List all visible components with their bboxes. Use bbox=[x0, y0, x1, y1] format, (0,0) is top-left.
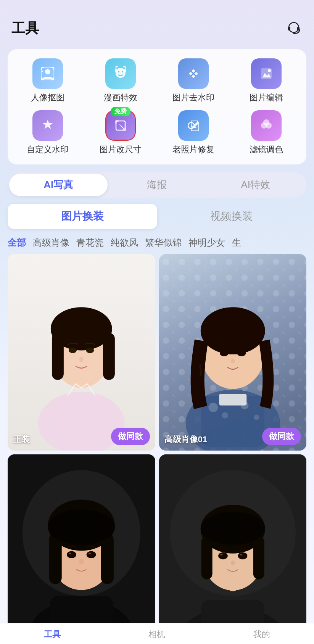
svg-rect-62 bbox=[219, 394, 246, 406]
photo-card-2[interactable]: 高级肖像01 做同款 bbox=[159, 254, 307, 451]
tool-portrait-icon bbox=[32, 58, 63, 89]
tool-resize-label: 图片改尺寸 bbox=[100, 144, 142, 155]
tool-manga[interactable]: 漫画特效 bbox=[84, 58, 157, 103]
photo-1-action[interactable]: 做同款 bbox=[111, 428, 150, 445]
tool-filter-icon bbox=[251, 110, 282, 141]
tool-filter[interactable]: 滤镜调色 bbox=[230, 110, 303, 155]
tool-photo-restore-label: 老照片修复 bbox=[172, 144, 214, 155]
svg-rect-70 bbox=[49, 533, 62, 584]
tool-image-edit-label: 图片编辑 bbox=[250, 92, 283, 103]
support-icon[interactable] bbox=[285, 20, 303, 37]
svg-point-75 bbox=[69, 553, 71, 554]
tool-image-edit[interactable]: 图片编辑 bbox=[230, 58, 303, 103]
svg-rect-85 bbox=[201, 536, 212, 580]
tool-photo-restore-icon bbox=[178, 110, 209, 141]
svg-point-87 bbox=[200, 512, 265, 545]
photo-grid: 正装 做同款 bbox=[0, 254, 314, 644]
tool-resize[interactable]: 免费 图片改尺寸 bbox=[84, 110, 157, 155]
svg-point-52 bbox=[208, 403, 218, 412]
svg-point-61 bbox=[231, 359, 235, 363]
svg-point-44 bbox=[79, 357, 83, 362]
category-blue-white[interactable]: 青花瓷 bbox=[76, 237, 104, 249]
tool-custom-watermark[interactable]: 自定义水印 bbox=[11, 110, 84, 155]
category-portrait-adv[interactable]: 高级肖像 bbox=[33, 237, 69, 249]
tool-custom-watermark-label: 自定义水印 bbox=[27, 144, 69, 155]
svg-point-89 bbox=[238, 552, 247, 560]
svg-rect-86 bbox=[253, 536, 264, 580]
sub-tab-bar: 图片换装 视频换装 bbox=[8, 204, 306, 229]
svg-point-55 bbox=[253, 415, 259, 420]
header: 工具 bbox=[0, 0, 314, 45]
svg-point-42 bbox=[69, 348, 77, 353]
svg-point-77 bbox=[79, 559, 84, 564]
svg-point-43 bbox=[86, 348, 94, 353]
svg-point-32 bbox=[263, 119, 269, 126]
svg-point-22 bbox=[268, 69, 271, 72]
tool-image-edit-icon bbox=[251, 58, 282, 89]
svg-point-15 bbox=[118, 71, 119, 72]
category-pure[interactable]: 纯欲风 bbox=[111, 237, 138, 249]
category-more[interactable]: 生 bbox=[232, 237, 241, 249]
svg-point-17 bbox=[115, 69, 117, 72]
svg-rect-71 bbox=[101, 533, 114, 584]
nav-mine[interactable]: 我的 bbox=[209, 629, 314, 640]
svg-point-14 bbox=[116, 68, 126, 78]
category-tags: 全部 高级肖像 青花瓷 纯欲风 繁华似锦 神明少女 生 bbox=[0, 233, 314, 254]
sub-tab-video-outfit[interactable]: 视频换装 bbox=[157, 204, 307, 229]
svg-point-74 bbox=[87, 551, 96, 559]
main-tab-bar: AI写真 海报 AI特效 bbox=[8, 172, 306, 198]
svg-point-76 bbox=[89, 553, 91, 554]
svg-point-91 bbox=[240, 554, 242, 555]
tool-manga-label: 漫画特效 bbox=[104, 92, 137, 103]
tool-portrait[interactable]: 人像抠图 bbox=[11, 58, 84, 103]
tool-photo-restore[interactable]: 老照片修复 bbox=[157, 110, 230, 155]
category-brocade[interactable]: 繁华似锦 bbox=[145, 237, 182, 249]
svg-point-0 bbox=[289, 23, 299, 32]
tab-poster[interactable]: 海报 bbox=[108, 174, 206, 196]
page-title: 工具 bbox=[11, 19, 39, 38]
tool-watermark-remove[interactable]: 图片去水印 bbox=[157, 58, 230, 103]
svg-point-73 bbox=[67, 551, 76, 559]
tab-ai-photo[interactable]: AI写真 bbox=[9, 174, 108, 196]
svg-rect-1 bbox=[288, 27, 290, 31]
svg-rect-36 bbox=[54, 396, 109, 443]
svg-point-90 bbox=[220, 554, 222, 555]
tool-portrait-label: 人像抠图 bbox=[31, 92, 64, 103]
svg-rect-41 bbox=[103, 333, 115, 380]
nav-camera[interactable]: 相机 bbox=[105, 629, 209, 640]
nav-tools[interactable]: 工具 bbox=[0, 629, 105, 640]
svg-point-72 bbox=[48, 510, 115, 545]
photo-card-3[interactable] bbox=[8, 454, 155, 644]
free-badge: 免费 bbox=[111, 107, 130, 116]
photo-2-label: 高级肖像01 bbox=[164, 434, 207, 445]
tab-ai-effect[interactable]: AI特效 bbox=[206, 174, 305, 196]
tool-filter-label: 滤镜调色 bbox=[250, 144, 283, 155]
category-all[interactable]: 全部 bbox=[8, 237, 26, 249]
svg-point-18 bbox=[124, 69, 126, 72]
svg-point-60 bbox=[237, 350, 246, 356]
svg-point-53 bbox=[222, 412, 228, 418]
sub-tab-image-outfit[interactable]: 图片换装 bbox=[8, 204, 157, 229]
tool-watermark-remove-icon bbox=[178, 58, 209, 89]
svg-point-92 bbox=[231, 561, 235, 565]
tools-section: 人像抠图 漫画特效 bbox=[8, 49, 306, 164]
bottom-nav: 工具 相机 我的 bbox=[0, 623, 314, 644]
tool-custom-watermark-icon bbox=[32, 110, 63, 141]
svg-point-58 bbox=[200, 307, 265, 354]
category-goddess[interactable]: 神明少女 bbox=[188, 237, 225, 249]
tools-grid: 人像抠图 漫画特效 bbox=[11, 58, 303, 155]
svg-point-88 bbox=[218, 552, 228, 560]
photo-card-1[interactable]: 正装 做同款 bbox=[8, 254, 155, 451]
svg-rect-40 bbox=[52, 333, 64, 380]
svg-line-28 bbox=[120, 125, 124, 129]
tool-watermark-remove-label: 图片去水印 bbox=[172, 92, 214, 103]
tool-manga-icon bbox=[105, 58, 136, 89]
svg-point-16 bbox=[122, 71, 123, 72]
svg-point-59 bbox=[220, 350, 229, 356]
photo-2-action[interactable]: 做同款 bbox=[262, 428, 301, 445]
photo-1-label: 正装 bbox=[13, 434, 30, 445]
svg-point-3 bbox=[45, 69, 50, 74]
photo-card-4[interactable] bbox=[159, 454, 307, 644]
